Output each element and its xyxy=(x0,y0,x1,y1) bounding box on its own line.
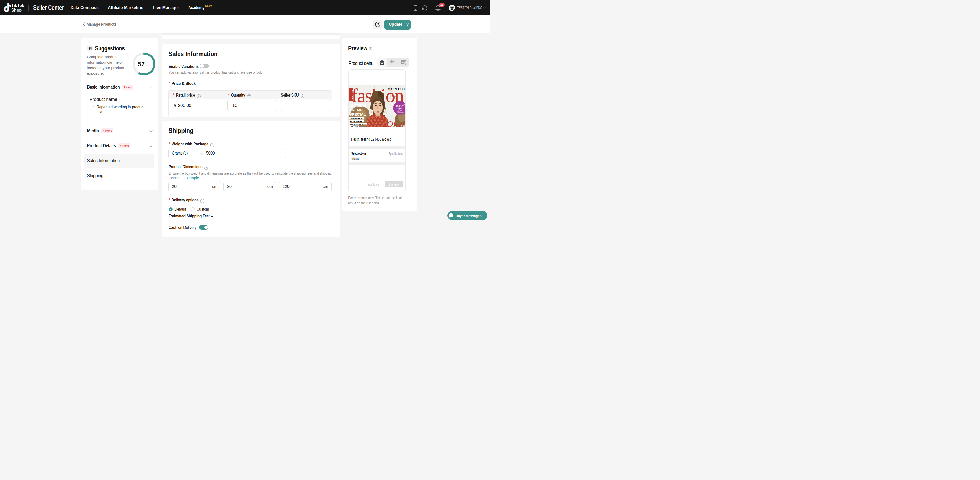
svg-text:Olivia: Olivia xyxy=(387,119,406,127)
svg-text:LIVE: LIVE xyxy=(390,62,395,64)
svg-text:AUTUMN: AUTUMN xyxy=(349,103,366,108)
svg-text:TREND: TREND xyxy=(349,108,363,112)
svg-text:HIT LIST: HIT LIST xyxy=(350,126,358,127)
svg-text:DESIGNER &: DESIGNER & xyxy=(350,117,363,120)
svg-text:HIGH STREET: HIGH STREET xyxy=(350,120,364,123)
svg-text:YOUR SHOPPING: YOUR SHOPPING xyxy=(350,123,367,125)
svg-text:SPECIAL: SPECIAL xyxy=(349,112,366,116)
